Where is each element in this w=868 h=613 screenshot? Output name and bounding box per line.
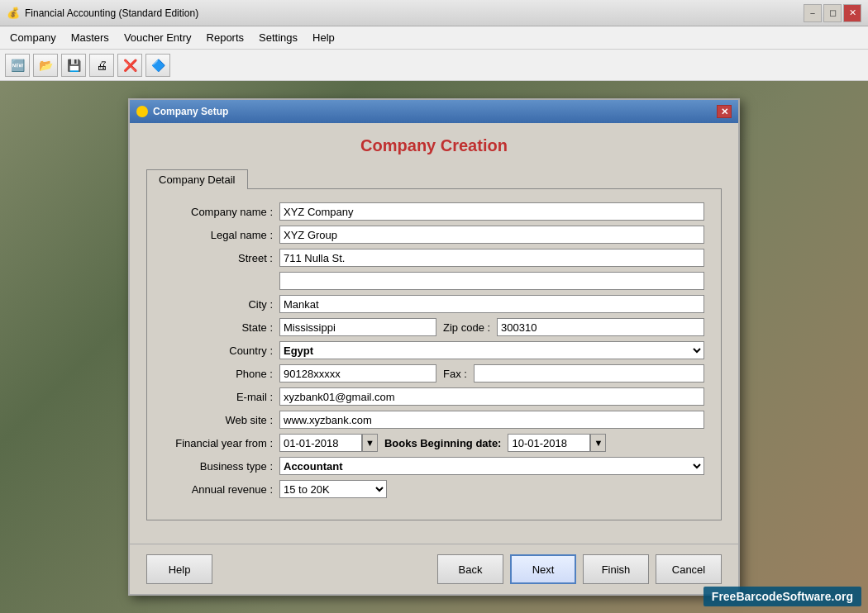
website-label: Web site : [164,414,279,426]
city-row: City : [164,295,704,313]
maximize-button[interactable]: ◻ [823,4,842,22]
city-label: City : [164,298,279,311]
cancel-button[interactable]: Cancel [656,554,722,584]
fin-year-input[interactable] [279,434,362,452]
next-button[interactable]: Next [510,554,576,584]
menu-settings[interactable]: Settings [252,29,304,46]
menu-masters[interactable]: Masters [64,29,116,46]
street-input-2[interactable] [279,272,704,290]
street-row-1: Street : [164,249,704,267]
street-label: Street : [164,252,279,264]
toolbar-extra[interactable]: 🔷 [145,54,170,77]
dialog-title: Company Setup [153,106,228,117]
watermark: FreeBarcodeSoftware.org [703,587,861,606]
dialog-title-bar: Company Setup ✕ [130,100,738,123]
zip-input[interactable] [497,318,704,336]
annual-revenue-label: Annual revenue : [164,483,279,496]
toolbar-save[interactable]: 💾 [61,54,86,77]
fin-year-row: Financial year from : ▼ Books Beginning … [164,434,704,452]
toolbar-new[interactable]: 🆕 [5,54,30,77]
state-label: State : [164,321,279,334]
country-label: Country : [164,345,279,357]
website-row: Web site : [164,411,704,429]
tab-container: Company Detail Company name : Legal name… [146,169,722,520]
toolbar-open[interactable]: 📂 [33,54,58,77]
main-area: Company Setup ✕ Company Creation Company… [0,81,868,613]
menu-bar: Company Masters Voucher Entry Reports Se… [0,26,868,50]
business-type-select[interactable]: Accountant Retail Manufacturing Services [279,457,704,475]
title-bar: 💰 Financial Accounting (Standard Edition… [0,0,868,26]
legal-name-input[interactable] [279,226,704,244]
fax-label: Fax : [436,368,474,380]
company-name-row: Company name : [164,202,704,221]
street-row-2 [164,272,704,290]
company-name-label: Company name : [164,206,279,218]
fax-input[interactable] [474,364,704,383]
dialog-icon [136,106,148,117]
toolbar-print[interactable]: 🖨 [89,54,114,77]
email-label: E-mail : [164,391,279,403]
app-title: Financial Accounting (Standard Edition) [25,7,198,19]
help-button[interactable]: Help [146,554,212,584]
close-button[interactable]: ✕ [843,4,861,22]
dialog-content: Company Creation Company Detail Company … [130,123,738,544]
menu-voucher-entry[interactable]: Voucher Entry [117,29,198,46]
business-type-label: Business type : [164,460,279,473]
finish-button[interactable]: Finish [583,554,649,584]
country-select[interactable]: Egypt USA UK India [279,341,704,359]
books-input[interactable] [508,434,590,452]
dialog-close-button[interactable]: ✕ [717,105,732,118]
phone-label: Phone : [164,368,279,380]
tab-content: Company name : Legal name : Street : [146,188,722,520]
toolbar-delete[interactable]: ❌ [117,54,142,77]
fin-year-label: Financial year from : [164,437,279,449]
city-input[interactable] [279,295,704,313]
books-label: Books Beginning date: [378,437,508,449]
email-row: E-mail : [164,387,704,406]
company-name-input[interactable] [279,202,704,221]
email-input[interactable] [279,387,704,406]
annual-revenue-select[interactable]: 15 to 20K 20 to 50K 50K to 1M 1M+ [279,480,387,498]
business-type-row: Business type : Accountant Retail Manufa… [164,457,704,475]
zip-label: Zip code : [436,321,497,334]
fin-year-calendar-button[interactable]: ▼ [362,434,378,452]
street-input-1[interactable] [279,249,704,267]
state-input[interactable] [279,318,436,336]
legal-name-label: Legal name : [164,229,279,241]
menu-help[interactable]: Help [306,29,341,46]
back-button[interactable]: Back [437,554,503,584]
menu-reports[interactable]: Reports [200,29,251,46]
phone-input[interactable] [279,364,436,383]
menu-company[interactable]: Company [3,29,63,46]
state-zip-row: State : Zip code : [164,318,704,336]
minimize-button[interactable]: − [804,4,822,22]
country-row: Country : Egypt USA UK India [164,341,704,359]
company-setup-dialog: Company Setup ✕ Company Creation Company… [128,98,740,596]
tab-company-detail[interactable]: Company Detail [146,169,248,189]
website-input[interactable] [279,411,704,429]
annual-revenue-row: Annual revenue : 15 to 20K 20 to 50K 50K… [164,480,704,498]
legal-name-row: Legal name : [164,226,704,244]
app-icon: 💰 [7,7,20,19]
toolbar: 🆕 📂 💾 🖨 ❌ 🔷 [0,50,868,81]
dialog-heading: Company Creation [146,136,722,155]
phone-fax-row: Phone : Fax : [164,364,704,383]
books-calendar-button[interactable]: ▼ [590,434,606,452]
dialog-footer: Help Back Next Finish Cancel [130,544,738,594]
